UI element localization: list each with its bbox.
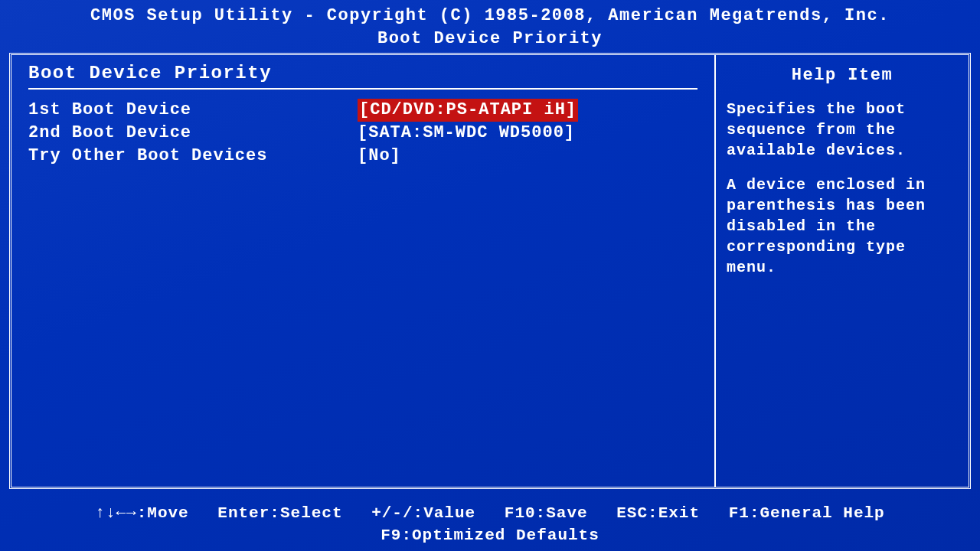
option-2nd-boot-device[interactable]: 2nd Boot Device SATA:SM-WDC WD5000 xyxy=(28,122,697,145)
key-exit: ESC:Exit xyxy=(616,503,700,524)
option-value-text: SATA:SM-WDC WD5000 xyxy=(358,123,575,142)
option-value-text: No xyxy=(358,146,401,165)
key-defaults: F9:Optimized Defaults xyxy=(381,525,599,546)
help-title: Help Item xyxy=(727,63,958,99)
bios-header: CMOS Setup Utility - Copyright (C) 1985-… xyxy=(6,3,974,53)
option-try-other-boot-devices[interactable]: Try Other Boot Devices No xyxy=(28,145,697,168)
option-value: CD/DVD:PS-ATAPI iH xyxy=(358,99,697,122)
help-paragraph: A device enclosed in parenthesis has bee… xyxy=(727,174,958,278)
header-subtitle: Boot Device Priority xyxy=(6,28,974,51)
option-label: Try Other Boot Devices xyxy=(28,145,358,168)
key-value: +/-/:Value xyxy=(371,503,475,524)
option-value: No xyxy=(358,145,697,168)
key-save: F10:Save xyxy=(505,503,588,524)
help-pane: Help Item Specifies the boot sequence fr… xyxy=(716,55,969,487)
options-pane: Boot Device Priority 1st Boot Device CD/… xyxy=(11,55,716,487)
option-value-text: CD/DVD:PS-ATAPI iH xyxy=(358,99,578,122)
key-legend-line-1: ↑↓←→:Move Enter:Select +/-/:Value F10:Sa… xyxy=(0,503,980,524)
bios-frame: Boot Device Priority 1st Boot Device CD/… xyxy=(9,53,971,489)
key-move: ↑↓←→:Move xyxy=(95,503,188,524)
option-value: SATA:SM-WDC WD5000 xyxy=(358,122,697,145)
options-list: 1st Boot Device CD/DVD:PS-ATAPI iH 2nd B… xyxy=(28,99,697,167)
bios-screen: CMOS Setup Utility - Copyright (C) 1985-… xyxy=(0,0,980,551)
help-paragraph: Specifies the boot sequence from the ava… xyxy=(727,99,958,161)
section-rule xyxy=(28,88,697,90)
help-body: Specifies the boot sequence from the ava… xyxy=(727,99,958,278)
header-title: CMOS Setup Utility - Copyright (C) 1985-… xyxy=(6,5,974,28)
option-1st-boot-device[interactable]: 1st Boot Device CD/DVD:PS-ATAPI iH xyxy=(28,99,697,122)
key-legend-line-2: F9:Optimized Defaults xyxy=(0,525,980,546)
key-help: F1:General Help xyxy=(729,503,885,524)
option-label: 2nd Boot Device xyxy=(28,122,358,145)
key-select: Enter:Select xyxy=(217,503,342,524)
option-label: 1st Boot Device xyxy=(28,99,358,122)
section-title: Boot Device Priority xyxy=(28,63,697,88)
key-legend: ↑↓←→:Move Enter:Select +/-/:Value F10:Sa… xyxy=(0,498,980,551)
